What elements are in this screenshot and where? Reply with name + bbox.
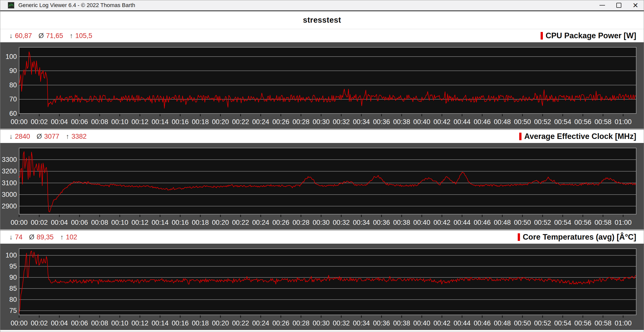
svg-text:00:48: 00:48 [494,118,511,126]
legend-cpu-power: CPU Package Power [W] [541,31,636,40]
title-bar: Generic Log Viewer 6.4 - © 2022 Thomas B… [0,0,644,11]
svg-text:00:44: 00:44 [454,219,471,226]
chart-canvas-temps[interactable]: 758085909510000:0000:0200:0400:0600:0800… [0,244,644,330]
svg-text:00:38: 00:38 [393,118,410,126]
svg-text:00:32: 00:32 [333,219,350,226]
page-title: stresstest [303,16,341,25]
stat-avg-value: 3077 [44,133,59,140]
stat-avg-value: 71,65 [46,32,63,40]
svg-text:00:36: 00:36 [373,219,390,226]
maximize-button[interactable] [611,0,627,11]
svg-text:00:38: 00:38 [393,219,410,226]
svg-text:3200: 3200 [2,167,17,175]
svg-text:00:22: 00:22 [232,118,249,126]
svg-text:00:18: 00:18 [192,219,209,226]
chart-panel-temps: 758085909510000:0000:0200:0400:0600:0800… [0,244,644,330]
svg-text:00:54: 00:54 [554,219,571,226]
svg-text:00:18: 00:18 [192,319,209,327]
svg-text:00:16: 00:16 [172,319,189,327]
svg-text:00:06: 00:06 [71,219,88,226]
svg-text:00:12: 00:12 [131,219,148,226]
svg-text:00:30: 00:30 [313,319,330,327]
svg-text:00:36: 00:36 [373,319,390,327]
svg-text:00:34: 00:34 [353,118,370,126]
stats-row-clock: ↓ 2840 Ø 3077 ↑ 3382 Average Effective C… [0,130,644,143]
svg-text:00:26: 00:26 [272,219,290,226]
svg-text:00:24: 00:24 [252,219,269,226]
stat-min-value: 74 [15,233,23,241]
window-title: Generic Log Viewer 6.4 - © 2022 Thomas B… [18,2,135,9]
svg-text:00:04: 00:04 [51,319,68,327]
svg-text:00:20: 00:20 [212,319,229,327]
svg-text:80: 80 [9,81,17,89]
stats-temps: ↓ 74 Ø 89,35 ↑ 102 [9,233,77,241]
svg-text:00:44: 00:44 [454,118,471,126]
legend-color-bar [518,233,520,241]
legend-temps: Core Temperatures (avg) [Â°C] [518,233,636,242]
app-icon [8,2,14,9]
svg-text:00:28: 00:28 [293,219,310,226]
svg-text:00:14: 00:14 [151,118,169,126]
legend-label: Average Effective Clock [MHz] [524,132,636,141]
svg-text:00:34: 00:34 [353,319,370,327]
svg-text:00:08: 00:08 [91,319,108,327]
svg-text:00:46: 00:46 [474,319,491,327]
svg-text:00:36: 00:36 [373,118,390,126]
stats-row-cpu-power: ↓ 60,87 Ø 71,65 ↑ 105,5 CPU Package Powe… [0,29,644,42]
max-arrow-icon: ↑ [60,233,64,241]
svg-text:3000: 3000 [2,191,17,198]
svg-text:00:18: 00:18 [192,118,209,126]
svg-text:00:30: 00:30 [313,118,330,126]
svg-text:01:00: 01:00 [615,219,632,226]
svg-text:00:20: 00:20 [212,219,229,226]
svg-text:90: 90 [9,274,17,281]
svg-text:00:08: 00:08 [91,118,108,126]
svg-text:00:20: 00:20 [212,118,229,126]
svg-text:00:16: 00:16 [172,118,189,126]
svg-text:00:12: 00:12 [131,118,148,126]
chart-canvas-cpu-power[interactable]: 6070809010000:0000:0200:0400:0600:0800:1… [0,42,644,129]
svg-text:00:00: 00:00 [11,319,28,327]
svg-text:00:56: 00:56 [574,118,591,126]
app-window: Generic Log Viewer 6.4 - © 2022 Thomas B… [0,0,644,332]
stats-row-temps: ↓ 74 Ø 89,35 ↑ 102 Core Temperatures (av… [0,231,644,244]
svg-text:00:26: 00:26 [272,319,290,327]
stat-min: ↓ 60,87 [9,32,32,40]
stat-max-value: 105,5 [75,32,92,40]
svg-text:80: 80 [9,296,17,303]
svg-text:00:22: 00:22 [232,219,249,226]
svg-text:70: 70 [9,95,17,103]
svg-text:3100: 3100 [2,179,17,187]
svg-text:00:32: 00:32 [333,118,350,126]
svg-text:00:02: 00:02 [31,219,48,226]
svg-text:00:48: 00:48 [494,219,511,226]
svg-text:00:44: 00:44 [454,319,471,327]
min-arrow-icon: ↓ [9,233,13,241]
svg-text:00:04: 00:04 [51,219,68,226]
legend-clock: Average Effective Clock [MHz] [519,132,636,141]
legend-color-bar [541,32,543,40]
svg-text:95: 95 [9,263,17,270]
svg-text:01:00: 01:00 [615,319,632,327]
svg-text:00:42: 00:42 [433,319,451,327]
svg-text:00:58: 00:58 [594,118,612,126]
max-arrow-icon: ↑ [70,32,73,40]
min-arrow-icon: ↓ [9,133,13,140]
svg-text:00:40: 00:40 [413,118,430,126]
svg-text:00:24: 00:24 [252,118,269,126]
svg-text:00:30: 00:30 [313,219,330,226]
page-header: stresstest [0,11,644,29]
minimize-button[interactable] [594,0,611,11]
svg-text:00:50: 00:50 [514,118,531,126]
svg-text:00:14: 00:14 [151,219,169,226]
legend-color-bar [519,133,521,140]
svg-text:00:32: 00:32 [333,319,350,327]
svg-text:90: 90 [9,67,17,75]
svg-text:00:08: 00:08 [91,219,108,226]
avg-symbol-icon: Ø [37,133,42,140]
close-button[interactable]: ✕ [627,0,644,11]
chart-canvas-clock[interactable]: 2900300031003200330000:0000:0200:0400:06… [0,143,644,229]
svg-text:00:24: 00:24 [252,319,269,327]
legend-label: Core Temperatures (avg) [Â°C] [523,233,636,242]
svg-text:00:34: 00:34 [353,219,370,226]
